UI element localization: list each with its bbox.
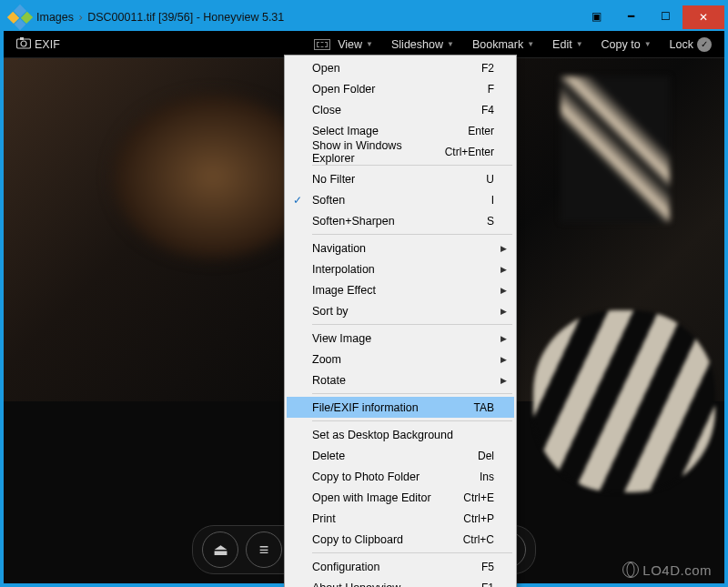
menu-item-shortcut: Del: [478, 450, 494, 462]
menu-item-configuration[interactable]: ConfigurationF5: [287, 556, 514, 577]
menu-item-label: Select Image: [312, 125, 468, 137]
menu-item-zoom[interactable]: Zoom▶: [287, 349, 514, 369]
lock-button[interactable]: Lock ✓: [661, 32, 721, 57]
titlebar: Images › DSC00011.tif [39/56] - Honeyvie…: [4, 4, 724, 31]
menu-item-shortcut: Ins: [480, 471, 494, 483]
lock-label: Lock: [670, 38, 693, 51]
checkmark-icon: ✓: [697, 37, 712, 52]
menu-item-open-folder[interactable]: Open FolderF: [287, 78, 514, 99]
menu-item-shortcut: TAB: [474, 401, 494, 414]
chevron-right-icon: ▶: [500, 244, 507, 253]
menu-separator: [312, 420, 512, 421]
image-content: [533, 310, 715, 492]
menu-item-shortcut: F2: [481, 62, 494, 75]
menu-item-no-filter[interactable]: No FilterU: [287, 168, 514, 189]
view-menu-button[interactable]: View ▼: [305, 32, 382, 57]
caret-down-icon: ▼: [644, 40, 652, 48]
globe-icon: [622, 562, 639, 578]
caret-down-icon: ▼: [366, 40, 373, 48]
menu-item-label: Show in Windows Explorer: [312, 139, 445, 165]
menu-item-shortcut: U: [486, 173, 494, 186]
menu-item-shortcut: S: [487, 215, 494, 228]
chevron-right-icon: ▶: [500, 376, 507, 385]
menu-button[interactable]: ≡: [246, 531, 282, 568]
menu-item-label: Copy to Photo Folder: [312, 471, 480, 483]
menu-item-label: Soften+Sharpen: [312, 215, 487, 228]
menu-item-label: Soften: [312, 194, 491, 207]
edit-menu-button[interactable]: Edit ▼: [543, 32, 592, 57]
menu-item-image-effect[interactable]: Image Effect▶: [287, 279, 514, 300]
menu-item-shortcut: Enter: [468, 125, 494, 137]
menu-item-label: Zoom: [312, 353, 494, 366]
menu-item-shortcut: Ctrl+Enter: [445, 146, 494, 158]
caret-down-icon: ▼: [527, 40, 534, 48]
menu-item-label: Interpolation: [312, 263, 494, 276]
menu-item-copy-to-photo-folder[interactable]: Copy to Photo FolderIns: [287, 466, 514, 487]
menu-item-sort-by[interactable]: Sort by▶: [287, 300, 514, 321]
menu-item-label: About Honeyview: [312, 582, 481, 588]
caret-down-icon: ▼: [576, 40, 583, 48]
menu-item-label: Print: [312, 512, 463, 525]
menu-item-shortcut: I: [491, 194, 494, 207]
menu-item-open-with-image-editor[interactable]: Open with Image EditorCtrl+E: [287, 487, 514, 508]
maximize-button[interactable]: ☐: [648, 5, 682, 27]
minimize-button[interactable]: ━: [613, 5, 648, 27]
menu-item-rotate[interactable]: Rotate▶: [287, 369, 514, 390]
copyto-menu-button[interactable]: Copy to ▼: [592, 32, 661, 57]
chevron-right-icon: ▶: [500, 355, 507, 364]
menu-item-shortcut: Ctrl+E: [463, 491, 494, 504]
bookmark-menu-button[interactable]: Bookmark ▼: [463, 32, 543, 57]
menu-item-close[interactable]: CloseF4: [287, 99, 514, 120]
svg-point-1: [21, 41, 26, 46]
menu-item-label: Image Effect: [312, 284, 494, 297]
menu-item-shortcut: F1: [481, 582, 494, 588]
exif-label: EXIF: [35, 38, 60, 51]
menu-item-shortcut: F4: [481, 104, 494, 116]
menu-separator: [312, 393, 512, 394]
menu-item-copy-to-clipboard[interactable]: Copy to ClipboardCtrl+C: [287, 529, 514, 550]
menu-item-label: Copy to Clipboard: [312, 533, 463, 546]
menu-item-about-honeyview[interactable]: About HoneyviewF1: [287, 577, 514, 587]
window-buttons: ▣ ━ ☐ ✕: [579, 5, 724, 29]
eject-button[interactable]: ⏏: [202, 531, 238, 568]
menu-item-soften-sharpen[interactable]: Soften+SharpenS: [287, 210, 514, 231]
exif-button[interactable]: EXIF: [7, 32, 69, 57]
menu-item-label: Close: [312, 104, 481, 116]
watermark-text: LO4D.com: [642, 562, 712, 578]
app-logo-icon: [9, 6, 31, 28]
menu-item-interpolation[interactable]: Interpolation▶: [287, 258, 514, 279]
menu-item-label: File/EXIF information: [312, 401, 474, 414]
menu-item-set-as-desktop-background[interactable]: Set as Desktop Background: [287, 424, 514, 445]
menu-item-shortcut: Ctrl+C: [463, 533, 494, 546]
copyto-label: Copy to: [602, 38, 641, 51]
menu-item-label: No Filter: [312, 173, 486, 186]
chevron-right-icon: ▶: [500, 286, 507, 295]
menu-item-label: Configuration: [312, 561, 481, 573]
menu-separator: [312, 552, 512, 553]
breadcrumb-folder: Images: [36, 11, 74, 24]
menu-item-print[interactable]: PrintCtrl+P: [287, 508, 514, 529]
close-button[interactable]: ✕: [682, 5, 724, 29]
menu-item-label: Open with Image Editor: [312, 491, 463, 504]
view-icon: [314, 39, 330, 50]
menu-item-shortcut: F5: [481, 561, 494, 573]
chevron-right-icon: ›: [78, 11, 82, 24]
edit-label: Edit: [552, 38, 572, 51]
bookmark-label: Bookmark: [472, 38, 523, 51]
menu-item-label: Delete: [312, 450, 478, 462]
menu-item-file-exif-information[interactable]: File/EXIF informationTAB: [287, 397, 514, 418]
fullscreen-button[interactable]: ▣: [579, 5, 613, 27]
app-name: Honeyview 5.31: [203, 11, 284, 24]
chevron-right-icon: ▶: [500, 265, 507, 274]
menu-item-view-image[interactable]: View Image▶: [287, 328, 514, 349]
menu-item-label: Open Folder: [312, 83, 488, 96]
breadcrumb-file: DSC00011.tif [39/56]: [87, 11, 193, 24]
menu-item-show-in-windows-explorer[interactable]: Show in Windows ExplorerCtrl+Enter: [287, 141, 514, 162]
menu-item-soften[interactable]: ✓SoftenI: [287, 189, 514, 210]
menu-item-navigation[interactable]: Navigation▶: [287, 238, 514, 258]
menu-item-delete[interactable]: DeleteDel: [287, 445, 514, 466]
svg-rect-2: [20, 37, 24, 40]
view-label: View: [338, 38, 362, 51]
menu-item-open[interactable]: OpenF2: [287, 57, 514, 78]
slideshow-menu-button[interactable]: Slideshow ▼: [382, 32, 463, 57]
